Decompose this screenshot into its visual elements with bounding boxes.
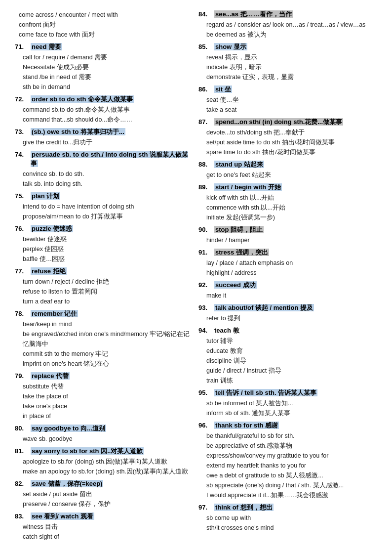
entry-85: 85. show 显示 reveal 揭示，显示 indicate 表明，暗示 … (198, 43, 377, 82)
entry-90: 90. stop 阻碍，阻止 hinder / hamper (198, 225, 377, 245)
sub-80-1: wave sb. goodbye (15, 434, 194, 444)
entry-main-86: sit 坐 (214, 85, 232, 94)
sub-92-1: make it (198, 291, 377, 300)
sub-97-2: sth/it crosses one's mind (198, 523, 377, 533)
entry-main-87: spend...on sth/ (in) doing sth.花费...做某事 (214, 118, 343, 127)
entry-num-97: 97. (198, 504, 212, 511)
entry-main-78: remember 记住 (31, 309, 78, 318)
entry-main-85: show 显示 (214, 43, 247, 51)
entry-96: 96. thank sb for sth 感谢 be thankful/grat… (198, 421, 377, 500)
entry-num-93: 93. (198, 304, 212, 311)
entry-main-76: puzzle 使迷惑 (31, 224, 73, 233)
sub-90-1: hinder / hamper (198, 235, 377, 245)
sub-79-4: in place of (15, 411, 194, 421)
entry-main-75: plan 计划 (31, 192, 60, 201)
entry-main-96: thank sb for sth 感谢 (214, 421, 279, 430)
entry-num-94: 94. (198, 327, 212, 334)
sub-83-1: witness 目击 (15, 522, 194, 532)
entry-num-82: 82. (15, 480, 29, 487)
sub-78-3: commit sth to the memory 牢记 (15, 349, 194, 359)
entry-num-87: 87. (198, 118, 212, 126)
entry-main-79: replace 代替 (31, 372, 70, 381)
entry-num-96: 96. (198, 422, 212, 429)
entry-94: 94. teach 教 tutor 辅导 educate 教育 discipli… (198, 326, 377, 385)
sub-71-2: Necessitate 使成为必要 (15, 62, 194, 72)
entry-num-89: 89. (198, 183, 212, 191)
sub-79-2: take the place of (15, 391, 194, 401)
entry-71: 71. need 需要 call for / require / demand … (15, 43, 194, 92)
entry-main-83: see 看到/ watch 观看 (31, 512, 94, 521)
entry-76: 76. puzzle 使迷惑 bewilder 使迷惑 perplex 使困惑 … (15, 224, 194, 264)
sub-91-1: lay / place / attach emphasis on (198, 258, 377, 268)
entry-81: 81. say sorry to sb for sth 因..对某人道歉 apo… (15, 447, 194, 476)
sub-73-1: give the credit to...归功于 (15, 137, 194, 147)
entry-main-74: persuade sb. to do sth./ into doing sth … (31, 150, 194, 168)
entry-main-80: say goodbye to 向...道别 (31, 424, 106, 433)
sub-77-3: turn a deaf ear to (15, 297, 194, 306)
sub-77-2: refuse to listen to 置若罔闻 (15, 287, 194, 297)
sub-91-2: highlight / address (198, 268, 377, 278)
entry-num-76: 76. (15, 225, 29, 232)
sub-87-2: set/put aside time to do sth 抽出/花时间做某事 (198, 137, 377, 147)
sub-97-1: sb come up with (198, 513, 377, 523)
sub-86-2: take a seat (198, 105, 377, 115)
entry-84: 84. see...as 把……看作，当作 regard as / consid… (198, 10, 377, 40)
entry-num-80: 80. (15, 425, 29, 432)
entry-95: 95. tell 告诉 / tell sb sth. 告诉某人某事 sb be … (198, 388, 377, 418)
left-column: come across / encounter / meet with conf… (15, 10, 194, 545)
entry-main-89: start / begin with 开始 (214, 183, 282, 192)
entry-main-77: refuse 拒绝 (31, 267, 67, 276)
sub-76-1: bewilder 使迷惑 (15, 234, 194, 244)
entry-num-92: 92. (198, 281, 212, 289)
sub-94-3: discipline 训导 (198, 356, 377, 366)
sub-95-2: inform sb of sth. 通知某人某事 (198, 408, 377, 418)
entry-num-77: 77. (15, 267, 29, 275)
sub-75-2: propose/aim/mean to do 打算做某事 (15, 212, 194, 221)
sub-79-1: substitute 代替 (15, 382, 194, 391)
entry-num-95: 95. (198, 389, 212, 396)
sub-71-4: sth be in demand (15, 82, 194, 92)
pre-line-2: confront 面对 (15, 20, 194, 30)
entry-main-72: order sb to do sth 命令某人做某事 (31, 95, 134, 104)
entry-num-91: 91. (198, 249, 212, 256)
entry-75: 75. plan 计划 intend to do = have intentio… (15, 192, 194, 221)
sub-93-1: refer to 提到 (198, 313, 377, 323)
entry-97: 97. think of 想到，想出 sb come up with sth/i… (198, 503, 377, 533)
entry-main-93: talk about/of 谈起 / mention 提及 (214, 303, 314, 312)
sub-78-1: bear/keep in mind (15, 319, 194, 329)
entry-num-90: 90. (198, 226, 212, 233)
sub-72-2: command that...sb should do...命令…… (15, 115, 194, 125)
entry-num-75: 75. (15, 192, 29, 200)
sub-96-5: owe a debt of gratitude to sb 某人很感激... (198, 470, 377, 480)
sub-84-2: be deemed as 被认为 (198, 30, 377, 40)
entry-80: 80. say goodbye to 向...道别 wave sb. goodb… (15, 424, 194, 444)
sub-96-2: be appreciative of sth.感激某物 (198, 441, 377, 451)
sub-85-1: reveal 揭示，显示 (198, 52, 377, 62)
sub-77-1: turn down / reject / decline 拒绝 (15, 277, 194, 287)
sub-82-2: preserve / conserve 保存，保护 (15, 499, 194, 509)
entry-num-74: 74. (15, 151, 29, 158)
sub-81-2: make an apology to sb.for (doing) sth.因(… (15, 467, 194, 476)
entry-num-72: 72. (15, 95, 29, 103)
entry-main-95: tell 告诉 / tell sb sth. 告诉某人某事 (214, 388, 317, 397)
right-column: 84. see...as 把……看作，当作 regard as / consid… (198, 10, 377, 545)
entry-92: 92. succeed 成功 make it (198, 281, 377, 300)
sub-96-1: be thankful/grateful to sb for sth. (198, 431, 377, 441)
sub-76-3: baffle 使…困惑 (15, 254, 194, 264)
sub-96-3: express/show/convey my gratitude to you … (198, 451, 377, 461)
sub-96-7: I would appreciate it if...如果……我会很感激 (198, 490, 377, 500)
pre-entries: come across / encounter / meet with conf… (15, 10, 194, 40)
sub-71-3: stand /be in need of 需要 (15, 72, 194, 82)
entry-72: 72. order sb to do sth 命令某人做某事 command s… (15, 95, 194, 125)
entry-82: 82. save 储蓄，保存(=keep) set aside / put as… (15, 479, 194, 509)
entry-main-82: save 储蓄，保存(=keep) (31, 479, 103, 488)
main-content: come across / encounter / meet with conf… (15, 10, 377, 545)
entry-main-73: (sb.) owe sth to 将某事归功于... (31, 128, 125, 136)
entry-main-97: think of 想到，想出 (214, 503, 274, 512)
sub-96-6: sb appreciate (one's) doing / that / sth… (198, 480, 377, 490)
entry-93: 93. talk about/of 谈起 / mention 提及 refer … (198, 303, 377, 323)
sub-94-2: educate 教育 (198, 346, 377, 356)
sub-81-1: apologize to sb.for (doing) sth.因(做)某事向某… (15, 457, 194, 467)
pre-line-3: come face to face with 面对 (15, 30, 194, 40)
entry-main-84: see...as 把……看作，当作 (214, 10, 293, 19)
